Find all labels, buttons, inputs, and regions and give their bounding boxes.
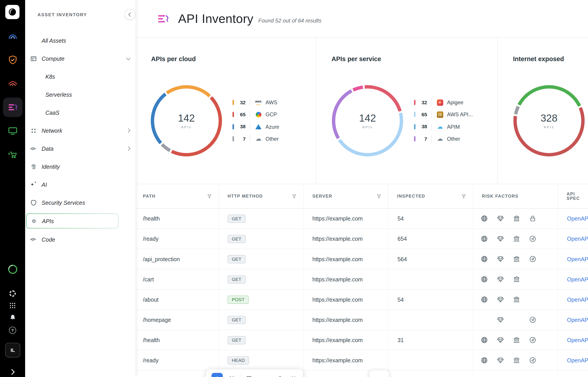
sidebar-collapse-button[interactable] [125,9,135,20]
radar-eye-icon[interactable] [3,74,23,93]
table-row[interactable]: /api_protectionGEThttps://example.com564… [136,249,588,270]
sidebar-item-label: APIs [42,218,54,224]
gem-risk-icon[interactable] [497,215,504,222]
legend-item-aws[interactable]: 32awsAWS [232,96,279,109]
orca-ai-button[interactable]: ✦ Orca AI [269,375,298,377]
inspected-cell [388,270,473,289]
table-row[interactable]: /healthGEThttps://example.com31OpenAPI [136,330,588,350]
method-cell: GET [219,209,304,228]
globe-risk-icon[interactable] [481,357,488,364]
page-button[interactable]: 1 [212,373,223,377]
api-spec-link[interactable]: OpenAPI [567,236,588,242]
lock-risk-icon[interactable] [529,215,536,222]
sidebar-item-security-services[interactable]: Security Services [25,194,136,212]
gem-risk-icon[interactable] [497,316,504,323]
legend-item-aws-api[interactable]: 65AWS API... [414,108,473,121]
gem-risk-icon[interactable] [497,235,504,242]
table-row[interactable]: /cartGEThttps://example.comOpenAPI [136,270,588,290]
chart-title: APIs per cloud [151,56,196,63]
expand-chevron-icon[interactable] [9,369,15,375]
building-risk-icon[interactable] [513,215,520,222]
table-row[interactable]: /api_protectionGEThttps://example.com99O… [136,371,588,377]
sidebar-item-identity[interactable]: Identity [25,158,136,176]
sidebar-item-data[interactable]: </>Data [25,140,136,158]
ring-icon[interactable] [0,264,25,275]
help-icon[interactable]: ? [0,327,25,334]
building-risk-icon[interactable] [513,235,520,242]
legend-item-other[interactable]: 7☁Other [414,133,473,145]
gem-risk-icon[interactable] [497,276,504,283]
send-risk-icon[interactable] [529,357,536,364]
floating-action-button[interactable]: ✦ [369,370,389,377]
api-spec-link[interactable]: OpenAPI [567,256,588,262]
legend-item-gcp[interactable]: 65GCP [232,108,279,121]
sidebar-item-k8s[interactable]: K8s [25,68,136,86]
user-avatar[interactable]: IL [5,343,21,357]
monitor-icon[interactable] [3,121,23,141]
gear-icon[interactable] [0,290,25,297]
api-spec-link[interactable]: OpenAPI [567,276,588,283]
legend-label: AWS [265,99,277,105]
api-spec-link[interactable]: OpenAPI [567,296,588,303]
globe-risk-icon[interactable] [481,255,488,262]
sidebar-item-apis[interactable]: APIs [26,213,118,228]
building-risk-icon[interactable] [513,296,520,303]
sidebar-item-code[interactable]: </>Code [25,230,136,248]
sidebar-item-all-assets[interactable]: All Assets [25,32,136,49]
sidebar-item-ai[interactable]: ✦✦AI [25,176,136,194]
table-row[interactable]: /readyHEADhttps://example.comOpenAPI [136,350,588,371]
building-risk-icon[interactable] [513,276,520,283]
globe-risk-icon[interactable] [481,215,488,222]
legend-label: Apigee [447,99,463,105]
globe-risk-icon[interactable] [481,276,488,283]
horizon-arc-icon[interactable] [3,27,23,46]
legend-item-other[interactable]: 7☁Other [232,133,279,145]
building-risk-icon[interactable] [513,337,520,344]
table-body: /healthGEThttps://example.com54OpenAPI/r… [136,209,588,377]
sidebar-item-caas[interactable]: CaaS [25,104,136,122]
inspected-cell: 31 [388,330,473,350]
table-row[interactable]: /homepageGEThttps://example.comOpenAPI [136,310,588,330]
filter-icon[interactable] [461,194,466,199]
table-row[interactable]: /readyGEThttps://example.com654OpenAPI [136,229,588,249]
donut-chart: 142 APIs [332,85,403,156]
legend-item-azure[interactable]: 38Azure [232,121,279,133]
filter-icon[interactable] [207,194,212,199]
table-row[interactable]: /healthGEThttps://example.com54OpenAPI [136,209,588,229]
send-risk-icon[interactable] [529,337,536,344]
sidebar-item-compute[interactable]: Compute [25,49,136,68]
globe-risk-icon[interactable] [481,296,488,303]
building-risk-icon[interactable] [513,357,520,364]
filter-icon[interactable] [376,194,381,199]
bell-icon[interactable] [0,314,25,320]
send-risk-icon[interactable] [529,316,536,323]
api-spec-link[interactable]: OpenAPI [567,317,588,323]
send-risk-icon[interactable] [529,235,536,242]
globe-risk-icon[interactable] [481,337,488,344]
gem-risk-icon[interactable] [497,296,504,303]
cart-icon[interactable] [3,145,23,164]
globe-risk-icon[interactable] [481,235,488,242]
building-risk-icon[interactable] [513,255,520,262]
filter-icon[interactable] [246,376,252,377]
gem-risk-icon[interactable] [497,255,504,262]
gem-risk-icon[interactable] [497,337,504,344]
orca-logo[interactable] [5,5,20,19]
table-row[interactable]: /aboutPOSThttps://example.com54OpenAPI [136,290,588,310]
sidebar-item-serverless[interactable]: Serverless [25,86,136,104]
apps-grid-icon[interactable] [0,302,25,309]
sidebar-item-network[interactable]: Network [25,122,136,140]
chart-icon[interactable] [258,376,264,377]
shield-orange-icon[interactable] [3,50,23,70]
send-risk-icon[interactable] [529,255,536,262]
path-cell: /health [136,330,219,350]
sidebar-item-label: AI [42,181,47,188]
api-spec-link[interactable]: OpenAPI [567,357,588,364]
api-spec-link[interactable]: OpenAPI [567,337,588,343]
api-spec-link[interactable]: OpenAPI [567,215,588,222]
legend-item-apim[interactable]: 38☁APIM [414,121,473,133]
api-pink-icon[interactable] [3,98,23,117]
filter-icon[interactable] [292,194,297,199]
gem-risk-icon[interactable] [497,357,504,364]
legend-item-apigee[interactable]: 32×Apigee [414,96,473,109]
